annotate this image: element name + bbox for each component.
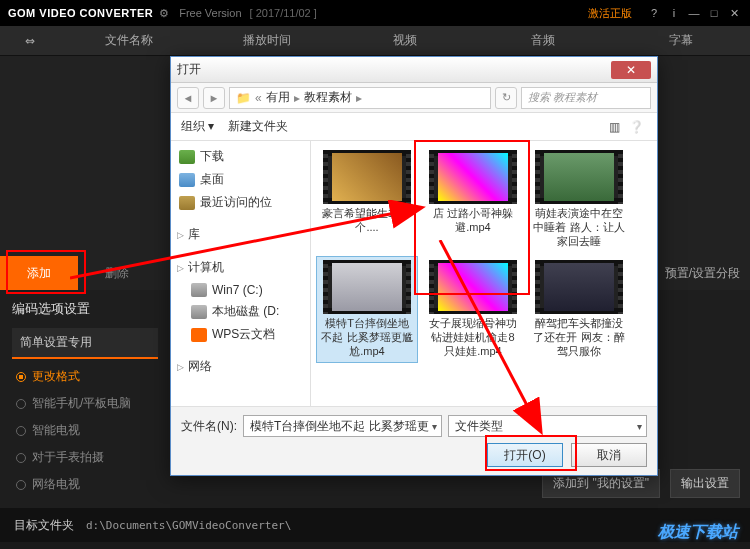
nav-library[interactable]: 库 <box>171 222 310 247</box>
crumb-a[interactable]: 有用 <box>266 89 290 106</box>
dialog-close-icon[interactable]: ✕ <box>611 61 651 79</box>
file-thumb-icon <box>323 260 411 314</box>
crumb-b[interactable]: 教程素材 <box>304 89 352 106</box>
forward-icon[interactable]: ► <box>203 87 225 109</box>
column-headers: ⇔ 文件名称 播放时间 视频 音频 字幕 <box>0 26 750 56</box>
nav-wps[interactable]: WPS云文档 <box>171 323 310 346</box>
radio-watch[interactable]: 对于手表拍摄 <box>12 444 158 471</box>
open-dialog: 打开 ✕ ◄ ► 📁« 有用▸ 教程素材▸ ↻ 搜索 教程素材 组织 ▾ 新建文… <box>170 56 658 476</box>
file-item[interactable]: 店 过路小哥神躲避.mp4 <box>423 147 523 251</box>
file-name: 醉驾把车头都撞没了还在开 网友：醉驾只服你 <box>532 317 626 358</box>
date-label: [ 2017/11/02 ] <box>250 7 317 19</box>
radio-change-format[interactable]: 更改格式 <box>12 363 158 390</box>
file-item[interactable]: 醉驾把车头都撞没了还在开 网友：醉驾只服你 <box>529 257 629 361</box>
file-name: 女子展现缩骨神功 钻进娃娃机偷走8只娃娃.mp4 <box>426 317 520 358</box>
add-button[interactable]: 添加 <box>0 256 78 290</box>
file-item[interactable]: 女子展现缩骨神功 钻进娃娃机偷走8只娃娃.mp4 <box>423 257 523 361</box>
maximize-icon[interactable]: □ <box>706 6 722 20</box>
file-thumb-icon <box>535 150 623 204</box>
dialog-nav: ◄ ► 📁« 有用▸ 教程素材▸ ↻ 搜索 教程素材 <box>171 83 657 113</box>
footer: 目标文件夹 d:\Documents\GOMVideoConverter\ <box>0 508 750 542</box>
dialog-nav-tree[interactable]: 下载 桌面 最近访问的位 库 计算机 Win7 (C:) 本地磁盘 (D: WP… <box>171 141 311 406</box>
radio-webtv[interactable]: 网络电视 <box>12 471 158 498</box>
file-name: 萌娃表演途中在空中睡着 路人：让人家回去睡 <box>532 207 626 248</box>
file-name: 店 过路小哥神躲避.mp4 <box>426 207 520 235</box>
col-sub[interactable]: 字幕 <box>612 32 750 49</box>
encoding-header: 编码选项设置 <box>12 300 158 318</box>
delete-button[interactable]: 删除 <box>78 256 156 290</box>
file-list[interactable]: 豪言希望能生1000个....店 过路小哥神躲避.mp4萌娃表演途中在空中睡着 … <box>311 141 657 406</box>
filetype-select[interactable]: 文件类型▾ <box>448 415 647 437</box>
radio-smartphone[interactable]: 智能手机/平板电脑 <box>12 390 158 417</box>
col-audio[interactable]: 音频 <box>474 32 612 49</box>
file-thumb-icon <box>535 260 623 314</box>
minimize-icon[interactable]: — <box>686 6 702 20</box>
nav-drive-c[interactable]: Win7 (C:) <box>171 280 310 300</box>
search-input[interactable]: 搜索 教程素材 <box>521 87 651 109</box>
filename-label: 文件名(N): <box>181 418 237 435</box>
titlebar: GOM VIDEO CONVERTER ⚙ Free Version [ 201… <box>0 0 750 26</box>
nav-network[interactable]: 网络 <box>171 354 310 379</box>
col-time[interactable]: 播放时间 <box>198 32 336 49</box>
info-icon[interactable]: i <box>666 6 682 20</box>
col-video[interactable]: 视频 <box>336 32 474 49</box>
version-label: Free Version <box>179 7 241 19</box>
file-thumb-icon <box>429 150 517 204</box>
col-name[interactable]: 文件名称 <box>60 32 198 49</box>
target-folder-path: d:\Documents\GOMVideoConverter\ <box>86 519 291 532</box>
cancel-button[interactable]: 取消 <box>571 443 647 467</box>
breadcrumb[interactable]: 📁« 有用▸ 教程素材▸ <box>229 87 491 109</box>
file-thumb-icon <box>323 150 411 204</box>
file-thumb-icon <box>429 260 517 314</box>
filename-input[interactable]: 模特T台摔倒坐地不起 比奚梦瑶更▾ <box>243 415 442 437</box>
nav-drive-d[interactable]: 本地磁盘 (D: <box>171 300 310 323</box>
new-folder-button[interactable]: 新建文件夹 <box>228 118 288 135</box>
file-item[interactable]: 模特T台摔倒坐地不起 比奚梦瑶更尴尬.mp4 <box>317 257 417 361</box>
radio-smarttv[interactable]: 智能电视 <box>12 417 158 444</box>
refresh-icon[interactable]: ↻ <box>495 87 517 109</box>
back-icon[interactable]: ◄ <box>177 87 199 109</box>
dialog-toolbar: 组织 ▾ 新建文件夹 ▥ ❔ <box>171 113 657 141</box>
dialog-titlebar: 打开 ✕ <box>171 57 657 83</box>
help-dialog-icon[interactable]: ❔ <box>625 120 647 134</box>
open-button[interactable]: 打开(O) <box>487 443 563 467</box>
file-item[interactable]: 萌娃表演途中在空中睡着 路人：让人家回去睡 <box>529 147 629 251</box>
dialog-title: 打开 <box>177 61 611 78</box>
dialog-footer: 文件名(N): 模特T台摔倒坐地不起 比奚梦瑶更▾ 文件类型▾ 打开(O) 取消 <box>171 406 657 475</box>
gear-icon[interactable]: ⚙ <box>159 7 169 20</box>
nav-recent[interactable]: 最近访问的位 <box>171 191 310 214</box>
nav-downloads[interactable]: 下载 <box>171 145 310 168</box>
nav-computer[interactable]: 计算机 <box>171 255 310 280</box>
close-icon[interactable]: ✕ <box>726 6 742 20</box>
preset-button[interactable]: 预置/设置分段 <box>665 265 740 282</box>
col-link[interactable]: ⇔ <box>0 34 60 48</box>
file-item[interactable]: 豪言希望能生1000个.... <box>317 147 417 251</box>
nav-desktop[interactable]: 桌面 <box>171 168 310 191</box>
help-icon[interactable]: ? <box>646 6 662 20</box>
app-logo: GOM VIDEO CONVERTER <box>8 7 153 19</box>
activate-link[interactable]: 激活正版 <box>588 6 632 21</box>
organize-menu[interactable]: 组织 ▾ <box>181 118 214 135</box>
simple-settings-header: 简单设置专用 <box>12 328 158 359</box>
file-name: 模特T台摔倒坐地不起 比奚梦瑶更尴尬.mp4 <box>320 317 414 358</box>
watermark: 极速下载站 <box>658 522 738 543</box>
target-folder-label: 目标文件夹 <box>14 517 74 534</box>
output-settings-button[interactable]: 输出设置 <box>670 469 740 498</box>
view-icon[interactable]: ▥ <box>603 120 625 134</box>
file-name: 豪言希望能生1000个.... <box>320 207 414 235</box>
